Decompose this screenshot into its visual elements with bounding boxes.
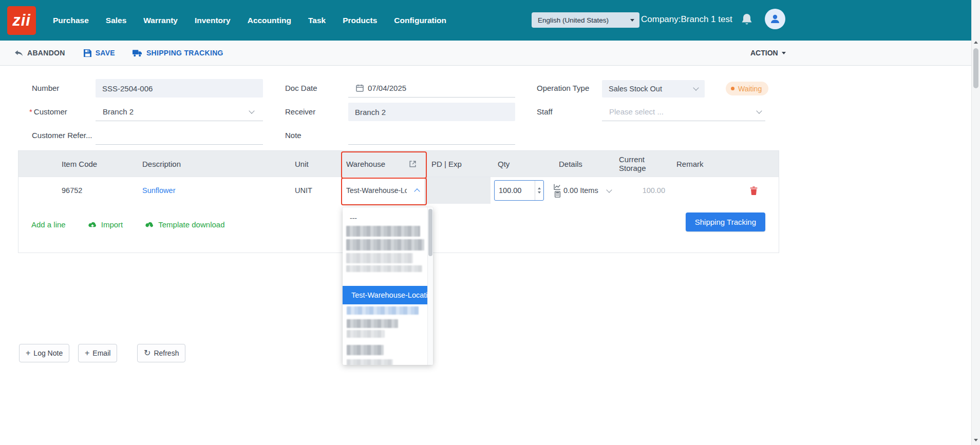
action-dropdown-button[interactable]: ACTION: [750, 49, 786, 57]
row-actions-cell: [728, 177, 779, 204]
shipping-tracking-button[interactable]: Shipping Tracking: [686, 212, 765, 231]
nav-menu-item[interactable]: Warranty: [143, 16, 178, 25]
redacted-option[interactable]: [347, 319, 398, 328]
abandon-label: ABANDON: [27, 49, 65, 57]
template-download-link[interactable]: Template download: [145, 220, 224, 229]
user-avatar[interactable]: [765, 9, 785, 29]
header-details: Details: [552, 151, 612, 177]
note-input[interactable]: [355, 131, 514, 140]
action-toolbar: ABANDON SAVE SHIPPING TRACKING ACTION: [0, 41, 971, 66]
details-cell[interactable]: 0.00 Items: [552, 177, 612, 204]
stepper-up-icon[interactable]: [538, 187, 541, 189]
nav-menu-item[interactable]: Configuration: [394, 16, 446, 25]
page-scrollbar[interactable]: [971, 0, 980, 445]
page: zii Purchase Sales Warranty Inventory Ac…: [0, 0, 980, 445]
abandon-button[interactable]: ABANDON: [14, 49, 65, 57]
note-field[interactable]: [348, 126, 515, 145]
email-button[interactable]: + Email: [78, 344, 117, 362]
note-label: Note: [285, 126, 301, 145]
staff-label: Staff: [537, 103, 553, 121]
header-remark: Remark: [669, 151, 728, 177]
description-link[interactable]: Sunflower: [142, 186, 175, 195]
nav-menu-item[interactable]: Inventory: [195, 16, 231, 25]
staff-select[interactable]: Please select ...: [602, 103, 765, 121]
receiver-input[interactable]: [355, 108, 508, 117]
action-label: ACTION: [750, 49, 778, 57]
header-pd-exp: PD | Exp: [424, 151, 491, 177]
chevron-down-icon: [249, 108, 254, 113]
dropdown-option-selected[interactable]: Test-Warehouse-Locati: [343, 286, 428, 304]
qty-stepper[interactable]: [535, 181, 543, 200]
dropdown-scrollbar-thumb[interactable]: [428, 209, 432, 256]
number-input[interactable]: [102, 84, 256, 93]
customer-reference-input[interactable]: [103, 131, 262, 140]
plus-icon: +: [85, 349, 89, 357]
status-badge: Waiting: [726, 82, 768, 95]
nav-menu-item[interactable]: Purchase: [53, 16, 89, 25]
header-expand: [18, 151, 54, 177]
header-actions: [728, 151, 779, 177]
receiver-field[interactable]: [348, 103, 515, 121]
redacted-option[interactable]: [346, 239, 424, 250]
dropdown-option-empty[interactable]: ---: [343, 211, 428, 225]
save-label: SAVE: [96, 49, 115, 57]
log-note-button[interactable]: + Log Note: [19, 344, 69, 362]
dropdown-scrollbar[interactable]: [427, 207, 433, 365]
scrollbar-down-arrow[interactable]: [974, 439, 978, 441]
redacted-option[interactable]: [347, 359, 393, 365]
import-link[interactable]: Import: [88, 220, 123, 229]
redacted-option[interactable]: [346, 253, 413, 263]
shipping-tracking-toolbar-button[interactable]: SHIPPING TRACKING: [133, 49, 223, 57]
redacted-option[interactable]: [346, 265, 422, 272]
header-item-code: Item Code: [54, 151, 135, 177]
nav-menu-item[interactable]: Products: [343, 16, 377, 25]
warehouse-select-cell[interactable]: Test-Warehouse-Locati: [339, 177, 424, 204]
status-dot-icon: [731, 87, 734, 90]
nav-menu-item[interactable]: Accounting: [248, 16, 291, 25]
warehouse-assign-icon[interactable]: [409, 161, 416, 167]
refresh-button[interactable]: ↻ Refresh: [137, 344, 185, 362]
item-code-cell: 96752: [54, 177, 135, 204]
pd-exp-cell: [424, 177, 491, 204]
number-field[interactable]: [96, 79, 263, 98]
import-label: Import: [101, 220, 123, 229]
staff-placeholder: Please select ...: [609, 107, 664, 116]
app-logo[interactable]: zii: [7, 6, 36, 35]
top-nav: zii Purchase Sales Warranty Inventory Ac…: [0, 0, 971, 41]
line-chart-icon[interactable]: [554, 184, 561, 190]
company-label: Company:Branch 1 test: [641, 14, 732, 25]
customer-reference-field[interactable]: [96, 126, 263, 145]
header-description: Description: [135, 151, 288, 177]
stepper-down-icon[interactable]: [538, 191, 541, 194]
table-row: 96752 Sunflower UNIT Test-Warehouse-Loca…: [18, 177, 779, 204]
scrollbar-up-arrow[interactable]: [974, 41, 978, 44]
qty-input[interactable]: [495, 181, 535, 200]
required-asterisk: *: [29, 107, 32, 116]
calculator-icon[interactable]: [555, 191, 560, 198]
save-button[interactable]: SAVE: [84, 49, 115, 57]
refresh-label: Refresh: [154, 349, 179, 357]
redacted-option[interactable]: [346, 226, 420, 237]
undo-icon: [14, 50, 23, 56]
customer-value: Branch 2: [103, 107, 134, 116]
warehouse-dropdown: --- Test-Warehouse-Locati: [343, 207, 433, 365]
notifications-button[interactable]: [741, 13, 753, 29]
redacted-option[interactable]: [347, 306, 419, 315]
plus-icon: +: [26, 349, 30, 357]
nav-menu-item[interactable]: Sales: [106, 16, 127, 25]
details-value: 0.00 Items: [563, 186, 598, 195]
scrollbar-thumb[interactable]: [973, 48, 978, 88]
doc-date-field[interactable]: 07/04/2025: [348, 79, 515, 98]
remark-cell[interactable]: [669, 177, 728, 204]
delete-row-button[interactable]: [750, 186, 758, 195]
language-selector[interactable]: English (United States): [532, 12, 639, 28]
redacted-option[interactable]: [347, 345, 384, 355]
add-line-link[interactable]: Add a line: [31, 220, 66, 229]
customer-label: *Customer: [29, 103, 67, 121]
nav-menu-item[interactable]: Task: [308, 16, 326, 25]
operation-type-select[interactable]: Sales Stock Out: [602, 80, 705, 98]
email-label: Email: [92, 349, 110, 357]
header-warehouse: Warehouse: [339, 151, 424, 177]
redacted-option[interactable]: [347, 330, 385, 338]
customer-select[interactable]: Branch 2: [96, 103, 263, 121]
